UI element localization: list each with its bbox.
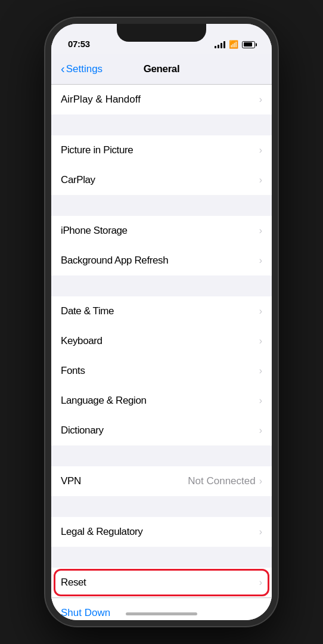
home-indicator (126, 612, 197, 615)
section-legal: Legal & Regulatory › (51, 517, 272, 547)
iphone-storage-right: › (259, 225, 262, 236)
background-app-refresh-right: › (259, 255, 262, 266)
vpn-label: VPN (61, 475, 81, 487)
vpn-right: Not Connected › (188, 475, 262, 487)
keyboard-chevron-icon: › (259, 336, 262, 346)
back-label: Settings (66, 63, 103, 75)
background-app-refresh-label: Background App Refresh (61, 255, 168, 267)
section-storage: iPhone Storage › Background App Refresh … (51, 216, 272, 275)
page-title: General (144, 63, 180, 75)
status-time: 07:53 (68, 39, 90, 49)
spacer-5 (51, 496, 272, 517)
picture-in-picture-item[interactable]: Picture in Picture › (51, 135, 272, 165)
back-chevron-icon: ‹ (61, 62, 65, 76)
date-time-chevron-icon: › (259, 306, 262, 317)
content-area: AirPlay & Handoff › Picture in Picture ›… (51, 85, 272, 620)
dictionary-chevron-icon: › (259, 425, 262, 436)
section-reset: Reset › (51, 568, 272, 597)
airplay-label: AirPlay & Handoff (61, 94, 141, 106)
vpn-value: Not Connected (188, 475, 255, 487)
fonts-label: Fonts (61, 365, 85, 377)
spacer-6 (51, 547, 272, 568)
background-app-refresh-item[interactable]: Background App Refresh › (51, 246, 272, 275)
partial-top-item: AirPlay & Handoff › (51, 85, 272, 114)
picture-in-picture-label: Picture in Picture (61, 144, 133, 156)
back-button[interactable]: ‹ Settings (61, 62, 103, 76)
nav-bar: ‹ Settings General (51, 54, 272, 85)
language-region-label: Language & Region (61, 395, 147, 407)
legal-regulatory-label: Legal & Regulatory (61, 526, 142, 538)
carplay-item[interactable]: CarPlay › (51, 165, 272, 195)
vpn-item[interactable]: VPN Not Connected › (51, 466, 272, 496)
pip-chevron-icon: › (259, 145, 262, 156)
section-locale: Date & Time › Keyboard › Fonts › Languag… (51, 296, 272, 445)
section-display: Picture in Picture › CarPlay › (51, 135, 272, 195)
signal-icon (215, 41, 225, 48)
spacer-4 (51, 445, 272, 466)
dictionary-item[interactable]: Dictionary › (51, 416, 272, 445)
carplay-label: CarPlay (61, 174, 95, 186)
date-time-label: Date & Time (61, 305, 114, 317)
reset-item[interactable]: Reset › (51, 568, 272, 597)
reset-chevron-icon: › (259, 577, 262, 588)
reset-label: Reset (61, 577, 86, 589)
language-region-chevron-icon: › (259, 395, 262, 406)
legal-regulatory-chevron-icon: › (259, 527, 262, 537)
phone-frame: 07:53 📶 (45, 18, 278, 626)
keyboard-label: Keyboard (61, 335, 103, 347)
battery-icon (242, 41, 255, 48)
wifi-icon: 📶 (229, 40, 238, 49)
spacer-3 (51, 275, 272, 296)
spacer-1 (51, 114, 272, 135)
carplay-chevron-icon: › (259, 175, 262, 185)
picture-in-picture-right: › (259, 145, 262, 156)
screen: 07:53 📶 (51, 24, 272, 620)
notch (117, 24, 206, 42)
iphone-storage-chevron-icon: › (259, 225, 262, 236)
spacer-2 (51, 195, 272, 216)
iphone-storage-item[interactable]: iPhone Storage › (51, 216, 272, 246)
section-shutdown: Shut Down (51, 597, 272, 620)
date-time-item[interactable]: Date & Time › (51, 296, 272, 326)
dictionary-label: Dictionary (61, 425, 104, 436)
vpn-chevron-icon: › (259, 476, 262, 487)
keyboard-item[interactable]: Keyboard › (51, 326, 272, 356)
iphone-storage-label: iPhone Storage (61, 225, 128, 237)
shutdown-label: Shut Down (61, 607, 110, 619)
airplay-chevron-icon: › (259, 94, 262, 105)
section-vpn: VPN Not Connected › (51, 466, 272, 496)
shutdown-item[interactable]: Shut Down (51, 597, 272, 620)
background-app-refresh-chevron-icon: › (259, 255, 262, 266)
carplay-right: › (259, 175, 262, 185)
fonts-chevron-icon: › (259, 366, 262, 376)
legal-regulatory-item[interactable]: Legal & Regulatory › (51, 517, 272, 547)
status-icons: 📶 (215, 40, 255, 49)
language-region-item[interactable]: Language & Region › (51, 386, 272, 416)
fonts-item[interactable]: Fonts › (51, 356, 272, 386)
